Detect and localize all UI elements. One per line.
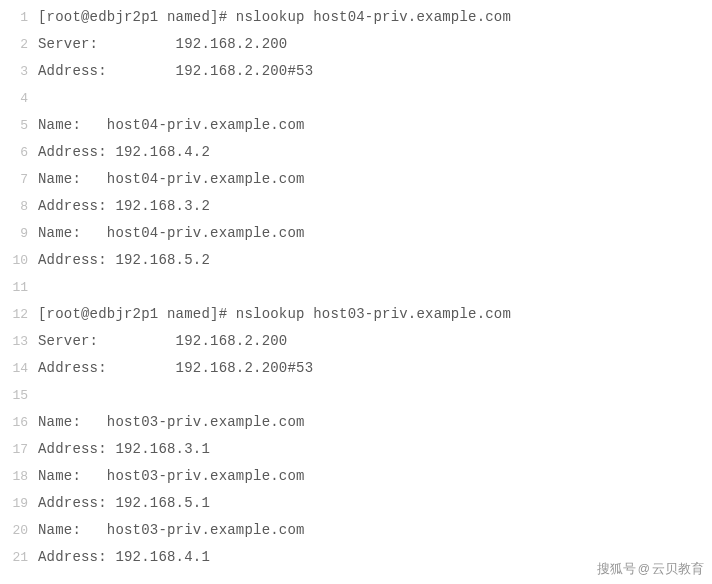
line-content: Address: 192.168.2.200#53: [38, 355, 313, 382]
line-number: 18: [0, 463, 38, 490]
code-line: 17Address: 192.168.3.1: [0, 436, 712, 463]
line-number: 10: [0, 247, 38, 274]
code-line: 19Address: 192.168.5.1: [0, 490, 712, 517]
line-number: 11: [0, 274, 38, 301]
line-number: 19: [0, 490, 38, 517]
line-number: 20: [0, 517, 38, 544]
code-line: 8Address: 192.168.3.2: [0, 193, 712, 220]
code-line: 13Server: 192.168.2.200: [0, 328, 712, 355]
line-content: Name: host04-priv.example.com: [38, 220, 305, 247]
line-number: 14: [0, 355, 38, 382]
line-number: 6: [0, 139, 38, 166]
watermark-left: 搜狐号: [597, 560, 636, 578]
code-line: 10Address: 192.168.5.2: [0, 247, 712, 274]
line-content: Name: host04-priv.example.com: [38, 112, 305, 139]
line-content: Address: 192.168.4.1: [38, 544, 210, 571]
line-content: Name: host03-priv.example.com: [38, 409, 305, 436]
line-number: 1: [0, 4, 38, 31]
code-line: 12[root@edbjr2p1 named]# nslookup host03…: [0, 301, 712, 328]
line-number: 9: [0, 220, 38, 247]
line-number: 2: [0, 31, 38, 58]
code-block: 1[root@edbjr2p1 named]# nslookup host04-…: [0, 0, 712, 571]
line-content: Address: 192.168.3.2: [38, 193, 210, 220]
line-content: Server: 192.168.2.200: [38, 328, 287, 355]
line-content: Name: host03-priv.example.com: [38, 463, 305, 490]
line-content: Address: 192.168.3.1: [38, 436, 210, 463]
line-number: 17: [0, 436, 38, 463]
code-line: 7Name: host04-priv.example.com: [0, 166, 712, 193]
line-number: 12: [0, 301, 38, 328]
code-line: 3Address: 192.168.2.200#53: [0, 58, 712, 85]
line-number: 15: [0, 382, 38, 409]
code-line: 2Server: 192.168.2.200: [0, 31, 712, 58]
code-line: 20Name: host03-priv.example.com: [0, 517, 712, 544]
line-content: Address: 192.168.2.200#53: [38, 58, 313, 85]
code-line: 14Address: 192.168.2.200#53: [0, 355, 712, 382]
code-line: 16Name: host03-priv.example.com: [0, 409, 712, 436]
line-number: 21: [0, 544, 38, 571]
line-content: Address: 192.168.5.2: [38, 247, 210, 274]
code-line: 4: [0, 85, 712, 112]
line-number: 7: [0, 166, 38, 193]
watermark-at: @: [638, 562, 650, 576]
code-line: 6Address: 192.168.4.2: [0, 139, 712, 166]
watermark-right: 云贝教育: [652, 560, 704, 578]
line-number: 3: [0, 58, 38, 85]
line-number: 8: [0, 193, 38, 220]
code-line: 18Name: host03-priv.example.com: [0, 463, 712, 490]
line-content: Server: 192.168.2.200: [38, 31, 287, 58]
line-content: Name: host03-priv.example.com: [38, 517, 305, 544]
line-content: Address: 192.168.4.2: [38, 139, 210, 166]
code-line: 9Name: host04-priv.example.com: [0, 220, 712, 247]
line-number: 5: [0, 112, 38, 139]
code-line: 15: [0, 382, 712, 409]
code-line: 1[root@edbjr2p1 named]# nslookup host04-…: [0, 4, 712, 31]
line-content: Name: host04-priv.example.com: [38, 166, 305, 193]
line-number: 4: [0, 85, 38, 112]
watermark: 搜狐号 @ 云贝教育: [597, 560, 704, 578]
line-number: 13: [0, 328, 38, 355]
line-content: [root@edbjr2p1 named]# nslookup host03-p…: [38, 301, 511, 328]
code-line: 5Name: host04-priv.example.com: [0, 112, 712, 139]
line-number: 16: [0, 409, 38, 436]
line-content: Address: 192.168.5.1: [38, 490, 210, 517]
code-line: 11: [0, 274, 712, 301]
line-content: [root@edbjr2p1 named]# nslookup host04-p…: [38, 4, 511, 31]
